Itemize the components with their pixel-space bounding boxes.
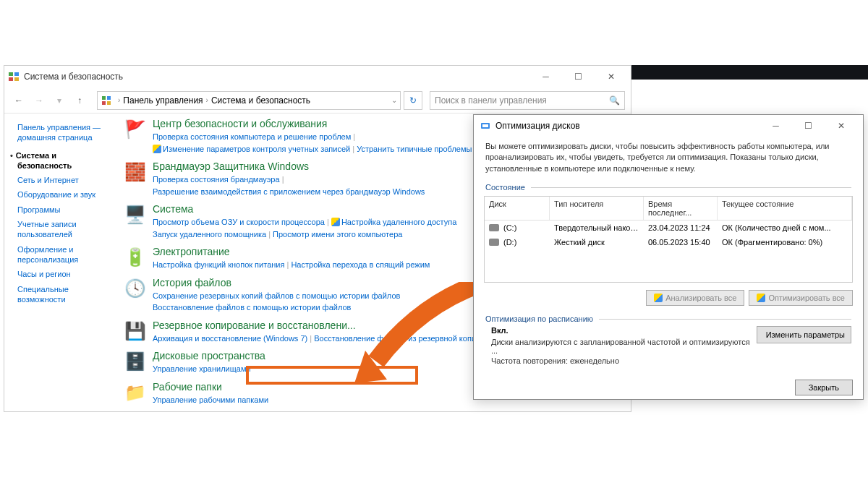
power-icon: 🔋 [124,246,147,269]
svg-rect-4 [102,96,106,100]
link-manage-storage[interactable]: Управление хранилищами [153,364,251,373]
th-drive[interactable]: Диск [485,197,550,220]
optimize-all-button[interactable]: Оптимизировать все [749,290,853,306]
back-button[interactable]: ← [10,92,27,109]
svg-rect-5 [107,96,111,100]
od-minimize-button[interactable]: ─ [760,116,792,136]
link-backup-history[interactable]: Сохранение резервных копий файлов с помо… [153,291,400,300]
svg-rect-9 [482,124,488,127]
breadcrumb-dropdown-icon[interactable]: ⌄ [391,96,397,104]
link-restore-backup[interactable]: Восстановление файлов из резервной копии [314,334,480,343]
od-title-icon [480,120,491,132]
sidebar-item-accessibility[interactable]: Специальные возможности [17,284,111,305]
close-button[interactable]: ✕ [595,67,627,87]
svg-rect-7 [107,101,111,105]
svg-rect-3 [14,77,19,81]
sidebar-item-appearance[interactable]: Оформление и персонализация [17,244,111,265]
od-state-section: Состояние [474,183,863,192]
th-last-run[interactable]: Время последнег... [644,197,718,220]
firewall-icon: 🧱 [124,160,147,184]
history-icon: 🕓 [124,277,147,300]
cp-title-icon [8,71,20,82]
storage-icon: 🗄️ [124,350,147,373]
link-firewall-status[interactable]: Проверка состояния брандмауэра [153,175,284,184]
link-backup-win7[interactable]: Архивация и восстановление (Windows 7) [153,334,314,343]
schedule-frequency: Частота повторения: еженедельно [491,356,757,365]
cp-sidebar: Панель управления — домашняя страница Си… [4,114,116,411]
od-maximize-button[interactable]: ☐ [792,116,825,136]
close-dialog-button[interactable]: Закрыть [795,380,853,395]
drive-icon [489,224,499,231]
shield-icon [153,145,161,153]
search-icon: 🔍 [609,95,620,106]
link-check-computer[interactable]: Проверка состояния компьютера и решение … [153,132,355,141]
minimize-button[interactable]: ─ [529,67,562,87]
link-power-buttons[interactable]: Настройка функций кнопок питания [153,260,291,269]
drive-row-d[interactable]: (D:) Жесткий диск 06.05.2023 15:40 ОК (Ф… [485,235,852,249]
search-placeholder: Поиск в панели управления [435,95,547,106]
od-description: Вы можете оптимизировать диски, чтобы по… [474,137,863,183]
sidebar-item-programs[interactable]: Программы [17,205,111,215]
drive-row-c[interactable]: (C:) Твердотельный накоп... 23.04.2023 1… [485,221,852,235]
link-uac-settings[interactable]: Изменение параметров контроля учетных за… [163,145,357,153]
breadcrumb[interactable]: › Панель управления › Система и безопасн… [97,91,401,110]
sidebar-item-network[interactable]: Сеть и Интернет [17,175,111,185]
link-remote-assist[interactable]: Запуск удаленного помощника [153,230,273,239]
change-settings-button[interactable]: Изменить параметры [757,326,851,343]
optimize-drives-window: Оптимизация дисков ─ ☐ ✕ Вы можете оптим… [473,114,864,400]
flag-icon: 🚩 [124,118,147,141]
sidebar-item-clock[interactable]: Часы и регион [17,269,111,279]
schedule-status: Вкл. [491,326,757,335]
sidebar-item-users[interactable]: Учетные записи пользователей [17,219,111,240]
svg-rect-1 [14,72,19,76]
link-manage-work-folders[interactable]: Управление рабочими папками [153,395,268,404]
link-ram-cpu[interactable]: Просмотр объема ОЗУ и скорости процессор… [153,218,331,226]
svg-rect-2 [9,77,13,81]
link-computer-name[interactable]: Просмотр имени этого компьютера [273,230,402,239]
cp-titlebar: Система и безопасность ─ ☐ ✕ [4,66,631,87]
maximize-button[interactable]: ☐ [562,67,595,87]
breadcrumb-item-2[interactable]: Система и безопасность [211,95,310,106]
od-window-title: Оптимизация дисков [495,121,760,131]
up-button[interactable]: ↑ [71,92,88,109]
sidebar-item-system-security[interactable]: Система и безопасность [17,150,111,171]
cp-navigation-bar: ← → ▾ ↑ › Панель управления › Система и … [4,87,631,114]
od-close-button[interactable]: ✕ [825,116,857,136]
link-firewall-allow[interactable]: Разрешение взаимодействия с приложением … [153,187,425,196]
svg-rect-0 [9,72,13,76]
drives-table: Диск Тип носителя Время последнег... Тек… [484,196,853,283]
link-remote-access[interactable]: Настройка удаленного доступа [341,218,456,226]
th-current-status[interactable]: Текущее состояние [718,197,852,220]
search-input[interactable]: Поиск в панели управления 🔍 [430,91,625,110]
od-titlebar: Оптимизация дисков ─ ☐ ✕ [474,115,863,137]
link-restore-history[interactable]: Восстановление файлов с помощью истории … [153,303,351,312]
link-sleep-mode[interactable]: Настройка перехода в спящий режим [291,260,430,269]
od-schedule-section: Оптимизация по расписанию [474,314,863,323]
shield-icon [757,294,765,302]
highlight-box [246,366,418,385]
shield-icon [331,218,340,226]
folders-icon: 📁 [124,381,147,404]
system-icon: 🖥️ [124,203,147,226]
cp-window-title: Система и безопасность [24,72,529,82]
breadcrumb-item-1[interactable]: Панель управления [123,95,203,106]
forward-button[interactable]: → [30,92,48,109]
sidebar-item-hardware[interactable]: Оборудование и звук [17,189,111,200]
sidebar-home-link[interactable]: Панель управления — домашняя страница [17,122,111,143]
svg-rect-6 [102,101,106,105]
breadcrumb-icon [101,95,112,106]
analyze-all-button[interactable]: Анализировать все [646,290,744,306]
drive-icon [489,239,499,246]
refresh-button[interactable]: ↻ [404,91,422,110]
backup-icon: 💾 [124,320,147,343]
th-media-type[interactable]: Тип носителя [550,197,644,220]
shield-icon [654,294,663,302]
schedule-description: Диски анализируются с запланированной ча… [491,338,757,355]
recent-dropdown[interactable]: ▾ [51,92,68,109]
